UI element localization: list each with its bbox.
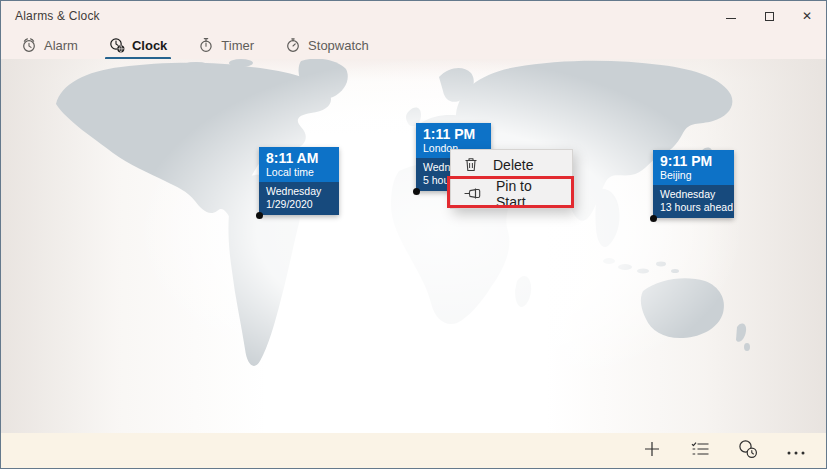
maximize-icon xyxy=(765,12,774,21)
edit-list-icon xyxy=(690,441,710,461)
alarm-icon xyxy=(21,37,37,53)
clock-time: 8:11 AM xyxy=(266,150,332,166)
clock-day: Wednesday xyxy=(660,188,727,201)
world-map: 8:11 AM Local time Wednesday 1/29/2020 1… xyxy=(1,59,827,434)
menu-item-label: Delete xyxy=(493,157,533,173)
close-icon: ✕ xyxy=(802,10,812,22)
clock-date: 1/29/2020 xyxy=(266,198,332,211)
window-controls: ✕ xyxy=(712,1,826,31)
clock-city: Local time xyxy=(266,166,332,179)
minimize-button[interactable] xyxy=(712,1,750,31)
map-pin-dot xyxy=(650,215,657,222)
edit-clocks-button[interactable] xyxy=(676,433,724,468)
clock-time: 1:11 PM xyxy=(423,126,484,142)
tab-stopwatch[interactable]: Stopwatch xyxy=(283,31,371,59)
pin-icon xyxy=(464,187,481,200)
window-title: Alarms & Clock xyxy=(15,9,100,23)
clock-offset: 13 hours ahead xyxy=(660,201,727,214)
menu-item-delete[interactable]: Delete xyxy=(451,150,572,179)
clock-card-local[interactable]: 8:11 AM Local time Wednesday 1/29/2020 xyxy=(259,147,339,215)
compare-times-button[interactable] xyxy=(724,433,772,468)
clock-city: Beijing xyxy=(660,169,727,182)
bottom-toolbar xyxy=(1,433,826,468)
ellipsis-icon xyxy=(786,442,806,460)
tab-bar: Alarm Clock Timer xyxy=(1,31,826,59)
tab-clock[interactable]: Clock xyxy=(107,31,169,59)
close-button[interactable]: ✕ xyxy=(788,1,826,31)
menu-item-pin-to-start[interactable]: Pin to Start xyxy=(451,179,572,208)
map-pin-dot xyxy=(256,212,263,219)
minimize-icon xyxy=(726,18,736,19)
context-menu: Delete Pin to Start xyxy=(450,149,573,209)
tab-label: Stopwatch xyxy=(308,38,369,53)
alarms-clock-window: Alarms & Clock ✕ Alarm xyxy=(0,0,827,469)
tab-alarm[interactable]: Alarm xyxy=(19,31,80,59)
plus-icon xyxy=(643,440,661,462)
timer-icon xyxy=(198,37,214,53)
clock-time: 9:11 PM xyxy=(660,153,727,169)
maximize-button[interactable] xyxy=(750,1,788,31)
menu-item-label: Pin to Start xyxy=(496,178,562,210)
tab-timer[interactable]: Timer xyxy=(196,31,256,59)
world-clock-compare-icon xyxy=(738,439,758,463)
day-shading xyxy=(1,59,827,434)
stopwatch-icon xyxy=(285,37,301,53)
tab-label: Timer xyxy=(221,38,254,53)
see-more-button[interactable] xyxy=(772,433,820,468)
trash-icon xyxy=(464,157,478,172)
add-clock-button[interactable] xyxy=(628,433,676,468)
clock-day: Wednesday xyxy=(266,185,332,198)
title-bar: Alarms & Clock ✕ xyxy=(1,1,826,31)
tab-label: Clock xyxy=(132,38,167,53)
clock-card-beijing[interactable]: 9:11 PM Beijing Wednesday 13 hours ahead xyxy=(653,150,734,218)
map-pin-dot xyxy=(413,188,420,195)
world-clock-icon xyxy=(109,37,125,53)
tab-label: Alarm xyxy=(44,38,78,53)
